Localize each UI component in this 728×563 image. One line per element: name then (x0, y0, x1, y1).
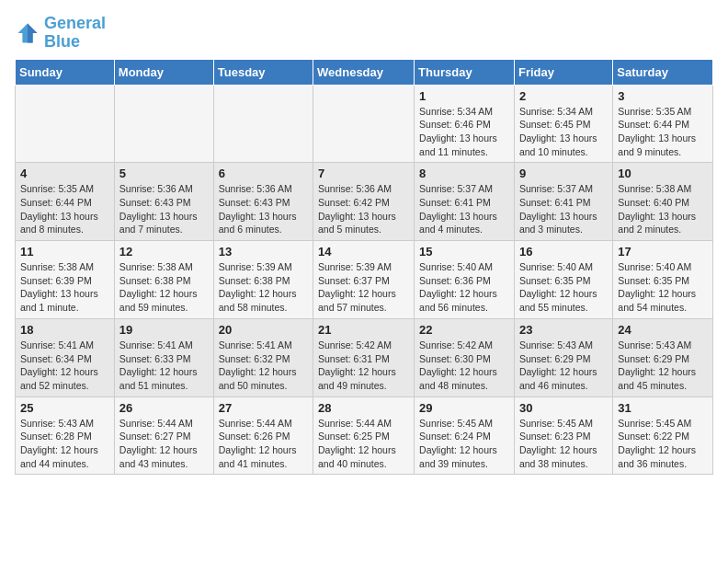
day-info: Sunrise: 5:43 AMSunset: 6:28 PMDaylight:… (20, 417, 109, 471)
calendar-cell: 23Sunrise: 5:43 AMSunset: 6:29 PMDayligh… (514, 318, 612, 396)
calendar-cell: 1Sunrise: 5:34 AMSunset: 6:46 PMDaylight… (415, 85, 515, 163)
day-info: Sunrise: 5:34 AMSunset: 6:45 PMDaylight:… (519, 105, 608, 159)
header-thursday: Thursday (415, 59, 515, 85)
header-wednesday: Wednesday (313, 59, 415, 85)
week-row-5: 25Sunrise: 5:43 AMSunset: 6:28 PMDayligh… (16, 396, 713, 475)
calendar-cell: 27Sunrise: 5:44 AMSunset: 6:26 PMDayligh… (213, 396, 313, 475)
logo: General Blue (15, 15, 106, 52)
day-info: Sunrise: 5:35 AMSunset: 6:44 PMDaylight:… (20, 182, 109, 236)
day-number: 17 (618, 245, 708, 259)
calendar-cell: 9Sunrise: 5:37 AMSunset: 6:41 PMDaylight… (514, 163, 612, 241)
day-number: 30 (519, 401, 608, 415)
calendar-cell: 19Sunrise: 5:41 AMSunset: 6:33 PMDayligh… (114, 318, 213, 396)
calendar-cell: 22Sunrise: 5:42 AMSunset: 6:30 PMDayligh… (415, 318, 515, 396)
calendar-cell: 21Sunrise: 5:42 AMSunset: 6:31 PMDayligh… (313, 318, 415, 396)
calendar-cell (213, 85, 313, 163)
calendar-cell: 14Sunrise: 5:39 AMSunset: 6:37 PMDayligh… (313, 241, 415, 319)
day-number: 24 (618, 323, 708, 337)
week-row-3: 11Sunrise: 5:38 AMSunset: 6:39 PMDayligh… (16, 241, 713, 319)
day-number: 28 (318, 401, 409, 415)
day-number: 16 (519, 245, 608, 259)
calendar-cell: 16Sunrise: 5:40 AMSunset: 6:35 PMDayligh… (514, 241, 612, 319)
calendar-cell: 30Sunrise: 5:45 AMSunset: 6:23 PMDayligh… (514, 396, 612, 475)
calendar-cell (114, 85, 213, 163)
calendar-cell: 31Sunrise: 5:45 AMSunset: 6:22 PMDayligh… (613, 396, 713, 475)
day-info: Sunrise: 5:41 AMSunset: 6:33 PMDaylight:… (119, 339, 209, 393)
week-row-4: 18Sunrise: 5:41 AMSunset: 6:34 PMDayligh… (16, 318, 713, 396)
day-number: 7 (318, 167, 409, 180)
day-number: 27 (219, 401, 308, 415)
day-number: 11 (20, 245, 109, 259)
day-info: Sunrise: 5:42 AMSunset: 6:31 PMDaylight:… (318, 339, 409, 393)
header-monday: Monday (114, 59, 213, 85)
day-info: Sunrise: 5:41 AMSunset: 6:32 PMDaylight:… (219, 339, 308, 393)
day-number: 6 (219, 167, 308, 180)
day-number: 25 (20, 401, 109, 415)
day-info: Sunrise: 5:45 AMSunset: 6:24 PMDaylight:… (419, 417, 509, 471)
calendar-cell: 17Sunrise: 5:40 AMSunset: 6:35 PMDayligh… (613, 241, 713, 319)
logo-icon (15, 20, 40, 46)
calendar-cell: 15Sunrise: 5:40 AMSunset: 6:36 PMDayligh… (415, 241, 515, 319)
day-info: Sunrise: 5:43 AMSunset: 6:29 PMDaylight:… (519, 339, 608, 393)
day-info: Sunrise: 5:36 AMSunset: 6:42 PMDaylight:… (318, 182, 409, 236)
day-info: Sunrise: 5:40 AMSunset: 6:35 PMDaylight:… (519, 260, 608, 315)
header: General Blue (15, 15, 713, 52)
day-number: 1 (419, 89, 509, 103)
day-number: 21 (318, 323, 409, 337)
day-number: 23 (519, 323, 608, 337)
day-number: 8 (419, 167, 509, 180)
day-number: 12 (119, 245, 209, 259)
calendar-cell: 11Sunrise: 5:38 AMSunset: 6:39 PMDayligh… (16, 241, 115, 319)
day-number: 18 (20, 323, 109, 337)
calendar-cell: 29Sunrise: 5:45 AMSunset: 6:24 PMDayligh… (415, 396, 515, 475)
day-info: Sunrise: 5:36 AMSunset: 6:43 PMDaylight:… (119, 182, 209, 236)
calendar-cell: 2Sunrise: 5:34 AMSunset: 6:45 PMDaylight… (514, 85, 612, 163)
day-info: Sunrise: 5:36 AMSunset: 6:43 PMDaylight:… (219, 182, 308, 236)
day-number: 5 (119, 167, 209, 180)
day-info: Sunrise: 5:45 AMSunset: 6:22 PMDaylight:… (618, 417, 708, 471)
day-info: Sunrise: 5:41 AMSunset: 6:34 PMDaylight:… (20, 339, 109, 393)
day-number: 14 (318, 245, 409, 259)
calendar-cell: 3Sunrise: 5:35 AMSunset: 6:44 PMDaylight… (613, 85, 713, 163)
calendar-cell: 8Sunrise: 5:37 AMSunset: 6:41 PMDaylight… (415, 163, 515, 241)
day-info: Sunrise: 5:37 AMSunset: 6:41 PMDaylight:… (419, 182, 509, 236)
calendar-cell: 7Sunrise: 5:36 AMSunset: 6:42 PMDaylight… (313, 163, 415, 241)
day-info: Sunrise: 5:38 AMSunset: 6:39 PMDaylight:… (20, 260, 109, 315)
day-number: 2 (519, 89, 608, 103)
day-info: Sunrise: 5:39 AMSunset: 6:38 PMDaylight:… (219, 260, 308, 315)
calendar-cell: 10Sunrise: 5:38 AMSunset: 6:40 PMDayligh… (613, 163, 713, 241)
day-info: Sunrise: 5:44 AMSunset: 6:25 PMDaylight:… (318, 417, 409, 471)
day-number: 9 (519, 167, 608, 180)
calendar-cell: 6Sunrise: 5:36 AMSunset: 6:43 PMDaylight… (213, 163, 313, 241)
day-number: 4 (20, 167, 109, 180)
calendar-cell: 13Sunrise: 5:39 AMSunset: 6:38 PMDayligh… (213, 241, 313, 319)
day-info: Sunrise: 5:38 AMSunset: 6:40 PMDaylight:… (618, 182, 708, 236)
day-number: 31 (618, 401, 708, 415)
day-info: Sunrise: 5:37 AMSunset: 6:41 PMDaylight:… (519, 182, 608, 236)
day-number: 26 (119, 401, 209, 415)
calendar-table: SundayMondayTuesdayWednesdayThursdayFrid… (15, 59, 713, 476)
day-info: Sunrise: 5:42 AMSunset: 6:30 PMDaylight:… (419, 339, 509, 393)
day-info: Sunrise: 5:38 AMSunset: 6:38 PMDaylight:… (119, 260, 209, 315)
day-info: Sunrise: 5:43 AMSunset: 6:29 PMDaylight:… (618, 339, 708, 393)
header-friday: Friday (514, 59, 612, 85)
day-number: 10 (618, 167, 708, 180)
calendar-cell: 12Sunrise: 5:38 AMSunset: 6:38 PMDayligh… (114, 241, 213, 319)
day-info: Sunrise: 5:35 AMSunset: 6:44 PMDaylight:… (618, 105, 708, 159)
day-number: 3 (618, 89, 708, 103)
calendar-cell: 25Sunrise: 5:43 AMSunset: 6:28 PMDayligh… (16, 396, 115, 475)
calendar-cell (313, 85, 415, 163)
day-number: 19 (119, 323, 209, 337)
day-info: Sunrise: 5:40 AMSunset: 6:35 PMDaylight:… (618, 260, 708, 315)
header-saturday: Saturday (613, 59, 713, 85)
week-row-1: 1Sunrise: 5:34 AMSunset: 6:46 PMDaylight… (16, 85, 713, 163)
logo-text: General Blue (44, 15, 106, 52)
calendar-cell (16, 85, 115, 163)
day-info: Sunrise: 5:44 AMSunset: 6:26 PMDaylight:… (219, 417, 308, 471)
day-number: 15 (419, 245, 509, 259)
day-info: Sunrise: 5:39 AMSunset: 6:37 PMDaylight:… (318, 260, 409, 315)
calendar-header-row: SundayMondayTuesdayWednesdayThursdayFrid… (16, 59, 713, 85)
day-number: 13 (219, 245, 308, 259)
day-info: Sunrise: 5:45 AMSunset: 6:23 PMDaylight:… (519, 417, 608, 471)
header-sunday: Sunday (16, 59, 115, 85)
